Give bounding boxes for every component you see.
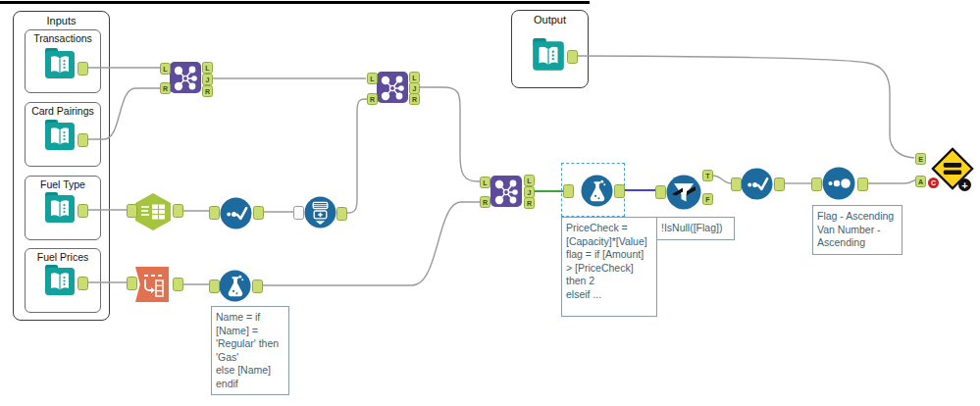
- input-anchor[interactable]: [209, 206, 220, 220]
- wire-join2-join3[interactable]: [418, 87, 480, 181]
- anchor-label: E: [918, 156, 923, 163]
- input-data-icon[interactable]: [43, 191, 77, 230]
- join-input-left-anchor[interactable]: L: [160, 63, 171, 75]
- output-anchor[interactable]: [252, 279, 263, 293]
- wire-cardpairings-join1[interactable]: [86, 88, 160, 139]
- output-anchor[interactable]: [774, 178, 785, 191]
- output-anchor[interactable]: [857, 178, 868, 191]
- filter-annotation[interactable]: !IsNull([Flag]): [656, 217, 735, 240]
- join-tool-icon[interactable]: [170, 62, 201, 97]
- join-input-left-anchor[interactable]: L: [367, 73, 378, 84]
- input-anchor[interactable]: [731, 178, 742, 191]
- output-anchor[interactable]: [77, 277, 88, 290]
- formula-annotation[interactable]: PriceCheck = [Capacity]*[Value] flag = i…: [561, 217, 657, 317]
- anchor-label: R: [527, 200, 532, 207]
- output-data-icon[interactable]: [531, 37, 566, 78]
- output-anchor[interactable]: [77, 62, 88, 76]
- anchor-label: L: [412, 75, 416, 81]
- join-input-left-anchor[interactable]: L: [480, 177, 490, 188]
- workflow-canvas: Inputs Output Transactions Card Pairings…: [0, 0, 980, 406]
- join-tool-icon[interactable]: [377, 72, 408, 107]
- anchor-label: J: [528, 189, 532, 196]
- anchor-label: L: [527, 178, 531, 184]
- compare-c-badge: C: [928, 178, 939, 188]
- join-output-right-anchor[interactable]: R: [409, 93, 420, 105]
- formula-tool-icon[interactable]: [581, 175, 613, 211]
- unique-tool-icon[interactable]: [741, 168, 773, 204]
- input-anchor[interactable]: [655, 185, 666, 199]
- wire-union-join2[interactable]: [345, 99, 367, 213]
- anchor-label: A: [918, 178, 923, 185]
- text-to-columns-glyph: [135, 193, 171, 230]
- join-output-join-anchor[interactable]: J: [202, 74, 213, 85]
- formula-annotation[interactable]: Name = if [Name] = 'Regular' then 'Gas' …: [211, 306, 289, 395]
- sort-annotation[interactable]: Flag - Ascending Van Number - Ascending: [812, 205, 903, 255]
- wire-sort-compare[interactable]: [866, 180, 915, 183]
- filter-false-anchor[interactable]: F: [702, 193, 713, 205]
- anchor-label: J: [413, 85, 417, 92]
- wire-output-compare[interactable]: [577, 56, 914, 158]
- output-anchor[interactable]: [336, 207, 347, 221]
- anchor-label: R: [370, 96, 375, 103]
- input-data-icon[interactable]: [43, 47, 77, 86]
- anchor-label: F: [705, 196, 709, 203]
- anchor-label: R: [163, 85, 168, 92]
- wire-filter-unique2[interactable]: [711, 176, 732, 183]
- anchor-label: L: [163, 66, 167, 73]
- anchor-label: L: [205, 65, 209, 72]
- union-multi-input-anchor[interactable]: [293, 206, 304, 220]
- anchor-label: J: [206, 76, 210, 83]
- output-anchor[interactable]: [77, 204, 88, 218]
- join-input-right-anchor[interactable]: R: [480, 196, 490, 208]
- output-anchor[interactable]: [77, 133, 88, 147]
- anchor-label: T: [705, 173, 709, 179]
- output-anchor[interactable]: [173, 278, 183, 291]
- filter-true-anchor[interactable]: T: [702, 170, 713, 181]
- join-tool-icon[interactable]: [490, 176, 522, 211]
- join-output-right-anchor[interactable]: R: [524, 197, 535, 209]
- input-data-icon[interactable]: [43, 119, 77, 158]
- input-anchor[interactable]: [127, 204, 137, 218]
- compare-plus-badge: +: [958, 178, 971, 191]
- sort-tool-icon[interactable]: [822, 167, 855, 204]
- join-output-left-anchor[interactable]: L: [202, 62, 213, 74]
- input-anchor[interactable]: [127, 277, 137, 290]
- unique-tool-icon[interactable]: [220, 197, 252, 233]
- join-output-right-anchor[interactable]: R: [202, 85, 213, 97]
- anchor-label: L: [483, 179, 487, 186]
- join-input-right-anchor[interactable]: R: [367, 93, 378, 105]
- join-input-right-anchor[interactable]: R: [160, 82, 171, 94]
- union-tool-icon[interactable]: [304, 196, 336, 232]
- output-anchor[interactable]: [173, 204, 183, 218]
- output-anchor[interactable]: [614, 184, 625, 198]
- anchor-label: R: [205, 88, 210, 95]
- anchor-label: R: [412, 96, 417, 103]
- anchor-label: R: [483, 199, 488, 206]
- input-anchor[interactable]: [209, 279, 220, 293]
- formula-tool-icon[interactable]: [219, 270, 251, 306]
- join-output-left-anchor[interactable]: L: [524, 175, 535, 186]
- transpose-glyph: [135, 267, 169, 302]
- input-anchor[interactable]: [811, 178, 822, 191]
- input-data-icon[interactable]: [43, 264, 77, 303]
- compare-actual-anchor[interactable]: A: [915, 176, 926, 187]
- output-anchor[interactable]: [253, 206, 264, 220]
- input-anchor[interactable]: [563, 184, 574, 198]
- output-anchor[interactable]: [567, 50, 578, 64]
- compare-expected-anchor[interactable]: E: [915, 153, 926, 165]
- anchor-label: L: [370, 76, 374, 82]
- wire-formula1-join3[interactable]: [258, 202, 480, 285]
- filter-tool-icon[interactable]: [666, 175, 701, 214]
